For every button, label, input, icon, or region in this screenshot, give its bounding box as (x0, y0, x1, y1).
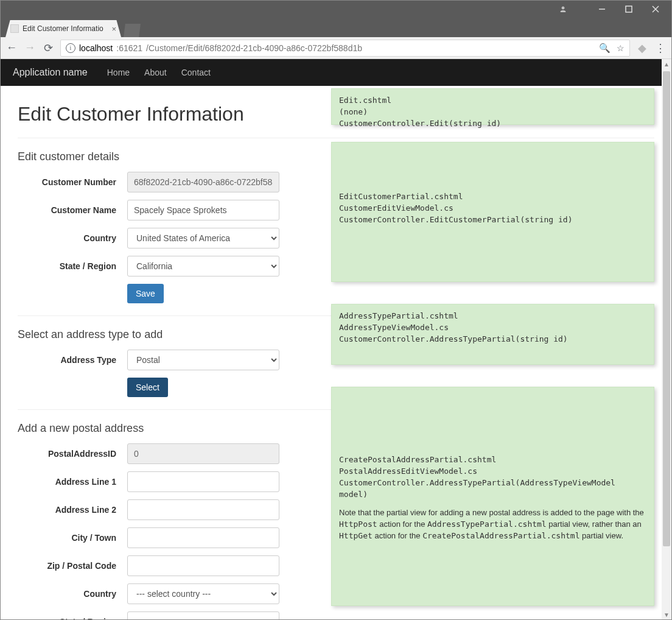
drive-extension-icon[interactable]: ◆ (636, 41, 648, 55)
postal-id-input (127, 443, 279, 464)
postal-id-label: PostalAddressID (18, 449, 127, 459)
note-line: EditCustomerPartial.cshtml (339, 191, 646, 203)
url-host: localhost (79, 43, 113, 53)
row-postal-state: State / Region (18, 611, 654, 619)
browser-tab[interactable]: Edit Customer Informatio × (5, 20, 121, 37)
save-button[interactable]: Save (127, 284, 164, 303)
favicon-icon (10, 24, 19, 33)
address-line2-input[interactable] (127, 499, 279, 520)
postal-state-select[interactable] (127, 611, 279, 619)
svg-point-0 (562, 7, 564, 9)
new-tab-button[interactable] (124, 24, 141, 37)
browser-tabstrip: Edit Customer Informatio × (1, 18, 671, 37)
city-label: City / Town (18, 533, 127, 543)
nav-back-icon[interactable]: ← (5, 41, 18, 54)
scroll-down-icon[interactable]: ▼ (662, 610, 671, 619)
nav-forward-icon[interactable]: → (24, 41, 36, 54)
customer-name-input[interactable] (127, 200, 279, 220)
zip-input[interactable] (127, 555, 279, 576)
state-select[interactable]: California (127, 256, 279, 277)
annotation-details: EditCustomerPartial.cshtml CustomerEditV… (331, 142, 654, 282)
nav-link-about[interactable]: About (144, 68, 167, 77)
postal-country-select[interactable]: --- select country --- (127, 583, 279, 604)
state-label: State / Region (18, 261, 127, 271)
address-line1-input[interactable] (127, 471, 279, 492)
zoom-icon[interactable]: 🔍 (599, 43, 611, 54)
nav-reload-icon[interactable]: ⟳ (42, 41, 54, 55)
browser-menu-icon[interactable]: ⋮ (654, 41, 667, 55)
divider (18, 138, 654, 138)
page-viewport: Application name Home About Contact Edit… (1, 59, 671, 619)
scroll-thumb[interactable] (663, 71, 670, 546)
window-close-button[interactable] (642, 1, 669, 18)
browser-window: Edit Customer Informatio × ← → ⟳ i local… (0, 0, 672, 620)
note-line: CustomerController.AddressTypePartial(st… (339, 334, 646, 345)
customer-name-label: Customer Name (18, 205, 127, 215)
svg-rect-2 (626, 6, 632, 12)
annotation-edit: Edit.cshtml (none) CustomerController.Ed… (331, 88, 654, 125)
tab-title: Edit Customer Informatio (23, 24, 103, 33)
user-account-icon[interactable] (550, 1, 576, 18)
annotation-postal: CreatePostalAddressPartial.cshtml Postal… (331, 387, 654, 606)
app-navbar: Application name Home About Contact (1, 59, 671, 86)
nav-link-contact[interactable]: Contact (181, 68, 211, 77)
window-titlebar (1, 1, 671, 18)
window-maximize-button[interactable] (615, 1, 642, 18)
url-port: :61621 (116, 43, 142, 53)
note-line: (none) (339, 107, 646, 118)
nav-link-home[interactable]: Home (107, 68, 130, 77)
customer-number-input (127, 172, 279, 192)
note-paragraph: Note that the partial view for adding a … (339, 507, 646, 542)
note-line: CustomerEditViewModel.cs (339, 203, 646, 214)
vertical-scrollbar[interactable]: ▲ ▼ (662, 59, 671, 619)
address-type-select[interactable]: Postal (127, 350, 279, 370)
select-button[interactable]: Select (127, 378, 168, 397)
postal-country-label: Country (18, 589, 127, 599)
note-line: PostalAddressEditViewModel.cs (339, 466, 646, 477)
app-brand[interactable]: Application name (13, 67, 88, 78)
window-minimize-button[interactable] (589, 1, 615, 18)
address-line2-label: Address Line 2 (18, 505, 127, 515)
browser-toolbar: ← → ⟳ i localhost:61621/Customer/Edit/68… (1, 37, 671, 59)
tab-close-icon[interactable]: × (111, 24, 116, 33)
country-select[interactable]: United States of America (127, 228, 279, 248)
page-body: Edit Customer Information Edit.cshtml (n… (1, 86, 671, 619)
address-bar[interactable]: i localhost:61621/Customer/Edit/68f8202d… (60, 40, 630, 57)
annotation-addrtype: AddressTypePartial.cshtml AddressTypeVie… (331, 304, 654, 365)
note-line: AddressTypeViewModel.cs (339, 322, 646, 334)
url-path: /Customer/Edit/68f8202d-21cb-4090-a86c-0… (146, 43, 362, 53)
postal-state-label: State / Region (18, 617, 127, 619)
country-label: Country (18, 233, 127, 243)
address-type-label: Address Type (18, 355, 127, 365)
customer-number-label: Customer Number (18, 177, 127, 187)
save-row: Save (18, 284, 654, 303)
note-line: Edit.cshtml (339, 95, 646, 107)
address-line1-label: Address Line 1 (18, 477, 127, 487)
site-info-icon[interactable]: i (66, 43, 75, 53)
bookmark-star-icon[interactable]: ☆ (617, 43, 625, 53)
scroll-up-icon[interactable]: ▲ (662, 59, 671, 69)
city-input[interactable] (127, 527, 279, 548)
zip-label: Zip / Postal Code (18, 561, 127, 571)
note-line: CustomerController.EditCustomerPartial(s… (339, 214, 646, 226)
note-line: AddressTypePartial.cshtml (339, 311, 646, 322)
note-line: CustomerController.Edit(string id) (339, 118, 646, 130)
note-line: CreatePostalAddressPartial.cshtml (339, 454, 646, 466)
note-line: CustomerController.AddressTypePartial(Ad… (339, 477, 646, 501)
